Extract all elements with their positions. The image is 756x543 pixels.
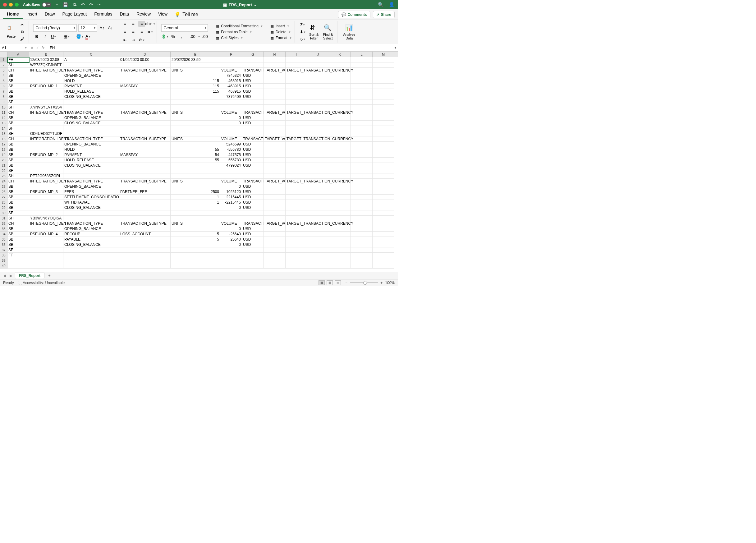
- cell[interactable]: 55: [171, 158, 220, 163]
- cell[interactable]: 12/03/2020 02:08: [29, 57, 63, 62]
- accessibility-status[interactable]: ⛶ Accessibility: Unavailable: [18, 281, 65, 285]
- cell[interactable]: USD: [242, 152, 264, 158]
- zoom-out-button[interactable]: −: [345, 281, 347, 285]
- cell[interactable]: [242, 168, 264, 173]
- cell[interactable]: [373, 68, 394, 73]
- cell[interactable]: [63, 126, 119, 131]
- cell[interactable]: [351, 158, 373, 163]
- formula-input[interactable]: FH: [47, 44, 393, 51]
- autosave-toggle[interactable]: AutoSave OFF: [23, 2, 51, 7]
- cell[interactable]: [373, 152, 394, 158]
- cell[interactable]: [286, 205, 307, 210]
- row-header[interactable]: 24: [0, 179, 7, 184]
- cell[interactable]: [286, 216, 307, 221]
- cell[interactable]: [373, 242, 394, 247]
- row-header[interactable]: 28: [0, 200, 7, 205]
- cell[interactable]: [351, 62, 373, 68]
- cell[interactable]: [307, 237, 329, 242]
- cell[interactable]: USD: [242, 115, 264, 121]
- cell[interactable]: [119, 147, 171, 152]
- cell[interactable]: [242, 263, 264, 269]
- cell[interactable]: [307, 216, 329, 221]
- cell[interactable]: [329, 226, 351, 232]
- cell[interactable]: [119, 158, 171, 163]
- cancel-formula-icon[interactable]: ✕: [30, 46, 34, 50]
- cell[interactable]: [329, 152, 351, 158]
- cell[interactable]: [264, 200, 286, 205]
- align-center-button[interactable]: ≡: [130, 29, 137, 35]
- cell[interactable]: [119, 78, 171, 84]
- cell[interactable]: [286, 89, 307, 94]
- cell[interactable]: [286, 258, 307, 263]
- cell[interactable]: [171, 242, 220, 247]
- cell[interactable]: [329, 136, 351, 142]
- cell[interactable]: [264, 210, 286, 216]
- expand-formula-bar[interactable]: ▾: [393, 44, 398, 51]
- cell[interactable]: [242, 131, 264, 136]
- cell[interactable]: [329, 232, 351, 237]
- cell[interactable]: 0: [220, 121, 242, 126]
- cell[interactable]: [220, 105, 242, 110]
- cell[interactable]: INTEGRATION_IDENT: [29, 221, 63, 226]
- cell[interactable]: [351, 216, 373, 221]
- cell[interactable]: [351, 152, 373, 158]
- cell[interactable]: [307, 195, 329, 200]
- cell[interactable]: [329, 216, 351, 221]
- cell[interactable]: [119, 226, 171, 232]
- cell[interactable]: [373, 247, 394, 253]
- cell[interactable]: 5246599: [220, 142, 242, 147]
- cell[interactable]: TRANSACTION_SUBTYPE: [119, 136, 171, 142]
- cell[interactable]: [264, 115, 286, 121]
- cell[interactable]: [264, 168, 286, 173]
- cell[interactable]: [63, 258, 119, 263]
- align-middle-button[interactable]: ≡: [130, 21, 137, 27]
- cell[interactable]: [373, 163, 394, 168]
- cell[interactable]: [29, 247, 63, 253]
- row-header[interactable]: 20: [0, 158, 7, 163]
- cell[interactable]: INTEGRATION_IDENT: [29, 110, 63, 115]
- cell[interactable]: UNITS: [171, 136, 220, 142]
- cell[interactable]: [286, 226, 307, 232]
- insert-cells-button[interactable]: ▦Insert▾: [270, 24, 291, 29]
- cell[interactable]: HOLD: [63, 147, 119, 152]
- decrease-indent-button[interactable]: ⇤: [121, 37, 128, 43]
- cell[interactable]: PSEUDO_MP_1: [29, 84, 63, 89]
- cell[interactable]: TARGET_VO: [264, 179, 286, 184]
- cell[interactable]: [373, 195, 394, 200]
- cell[interactable]: [242, 210, 264, 216]
- cell[interactable]: SB: [7, 78, 29, 84]
- zoom-slider[interactable]: [350, 282, 378, 283]
- cell[interactable]: [29, 163, 63, 168]
- cell[interactable]: [329, 163, 351, 168]
- cell[interactable]: [119, 105, 171, 110]
- cell[interactable]: [171, 121, 220, 126]
- cell[interactable]: [63, 62, 119, 68]
- cell[interactable]: VOLUME: [220, 179, 242, 184]
- cell[interactable]: PAYMENT: [63, 152, 119, 158]
- cell[interactable]: [351, 121, 373, 126]
- cell[interactable]: UNITS: [171, 179, 220, 184]
- cell[interactable]: [286, 73, 307, 78]
- cell[interactable]: [29, 242, 63, 247]
- row-header[interactable]: 37: [0, 247, 7, 253]
- cell[interactable]: [171, 258, 220, 263]
- font-size-select[interactable]: 12: [78, 24, 97, 32]
- cell[interactable]: [329, 110, 351, 115]
- cell[interactable]: [29, 142, 63, 147]
- cell[interactable]: [329, 147, 351, 152]
- cell[interactable]: [373, 168, 394, 173]
- cell[interactable]: [351, 136, 373, 142]
- row-header[interactable]: 6: [0, 84, 7, 89]
- cell[interactable]: 4799024: [220, 163, 242, 168]
- tab-draw[interactable]: Draw: [41, 10, 59, 19]
- cell[interactable]: WP73ZQKFJN8PT: [29, 62, 63, 68]
- column-header-H[interactable]: H: [264, 52, 286, 57]
- italic-button[interactable]: I: [42, 34, 48, 40]
- cell[interactable]: [242, 258, 264, 263]
- user-account-icon[interactable]: 👤: [389, 2, 395, 7]
- cell[interactable]: 0: [220, 184, 242, 189]
- cell[interactable]: TRANSACTIO: [242, 110, 264, 115]
- cell[interactable]: SB: [7, 89, 29, 94]
- cell[interactable]: [351, 242, 373, 247]
- cell[interactable]: [351, 89, 373, 94]
